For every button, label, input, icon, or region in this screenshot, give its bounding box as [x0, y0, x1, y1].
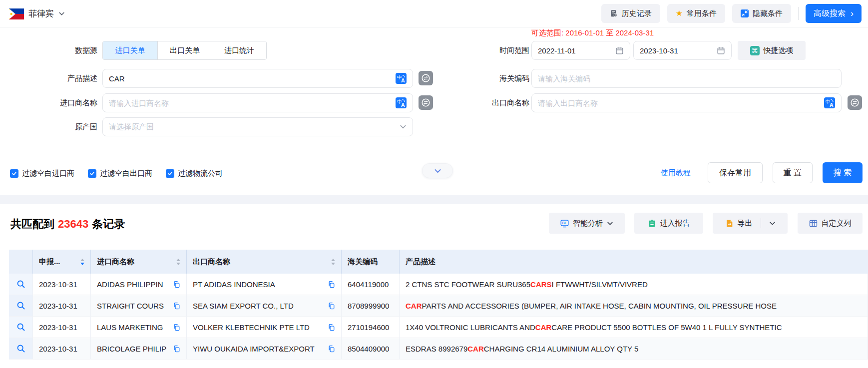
- product-desc-input[interactable]: [109, 74, 396, 83]
- header-importer[interactable]: 进口商名称: [91, 250, 187, 274]
- sort-icons[interactable]: [327, 259, 335, 265]
- copy-icon[interactable]: [328, 302, 335, 310]
- search-button[interactable]: 搜 索: [823, 162, 863, 183]
- date-end-input[interactable]: 2023-10-31: [633, 41, 732, 60]
- view-record-icon[interactable]: [16, 301, 25, 310]
- topbar-actions: 历史记录 ★ 常用条件 隐藏条件 高级搜索 ›: [601, 4, 862, 23]
- report-icon: [648, 219, 656, 228]
- table-row: 2023-10-31ADIDAS PHILIPPINPT ADIDAS INDO…: [9, 274, 868, 295]
- date-start-input[interactable]: 2022-11-01: [531, 41, 630, 60]
- tab-export-customs[interactable]: 出口关单: [157, 41, 212, 59]
- copy-icon[interactable]: [173, 345, 180, 353]
- export-icon: [725, 219, 734, 228]
- filter-label: 过滤空白出口商: [100, 169, 152, 178]
- sort-icons[interactable]: [76, 259, 84, 265]
- importer-cell: LAUS MARKETING: [91, 317, 187, 338]
- copy-icon[interactable]: [173, 281, 180, 288]
- hide-conditions-button[interactable]: 隐藏条件: [732, 4, 791, 23]
- header-declare-date[interactable]: 申报...: [33, 250, 91, 274]
- svg-text:BI: BI: [562, 221, 566, 225]
- copy-icon[interactable]: [173, 302, 180, 310]
- copy-icon[interactable]: [328, 324, 335, 331]
- product-desc-label: 产品描述: [0, 69, 97, 88]
- exact-match-toggle[interactable]: [419, 71, 433, 85]
- collapse-form-button[interactable]: [422, 163, 453, 178]
- copy-icon[interactable]: [328, 345, 335, 353]
- enter-report-button[interactable]: 进入报告: [634, 213, 703, 234]
- view-record-icon[interactable]: [16, 323, 25, 332]
- translate-icon[interactable]: 中 A: [396, 97, 407, 108]
- exporter-input[interactable]: [538, 99, 824, 107]
- reset-button[interactable]: 重 置: [773, 162, 813, 183]
- export-label: 导出: [738, 219, 753, 228]
- product-desc-cell: 1X40 VOLTRONIC LUBRICANTS AND CAR CARE P…: [400, 317, 868, 338]
- importer-field: 中 A: [102, 93, 413, 112]
- smart-analysis-button[interactable]: BI 智能分析: [549, 213, 625, 234]
- filter-blank-importer[interactable]: 过滤空白进口商: [10, 169, 74, 178]
- favorites-label: 常用条件: [687, 9, 717, 18]
- importer-cell: ADIDAS PHILIPPIN: [91, 274, 187, 295]
- exporter-cell: YIWU OUKAIDA IMPORT&EXPORT: [187, 338, 342, 359]
- results-count: 共匹配到23643条记录: [10, 217, 125, 232]
- divider: [761, 218, 761, 228]
- origin-placeholder: 请选择原产国: [109, 122, 154, 132]
- view-record-icon[interactable]: [16, 280, 25, 289]
- svg-text:A: A: [830, 102, 834, 108]
- header-label: 出口商名称: [193, 257, 230, 267]
- table-body: 2023-10-31ADIDAS PHILIPPINPT ADIDAS INDO…: [9, 274, 868, 360]
- chevron-down-icon: [434, 167, 441, 175]
- svg-text:A: A: [401, 102, 405, 108]
- tab-import-customs[interactable]: 进口关单: [103, 41, 157, 59]
- history-button[interactable]: 历史记录: [601, 4, 660, 23]
- header-select: [9, 250, 33, 274]
- country-selector[interactable]: 菲律宾: [9, 0, 65, 27]
- date-range-hint: 可选范围: 2016-01-01 至 2024-03-31: [531, 28, 654, 38]
- columns-icon: [809, 219, 818, 228]
- copy-icon[interactable]: [328, 281, 335, 288]
- favorites-button[interactable]: ★ 常用条件: [667, 4, 725, 23]
- header-label: 申报...: [39, 257, 60, 267]
- translate-icon[interactable]: 中 A: [824, 97, 835, 108]
- bi-analysis-icon: BI: [560, 219, 569, 228]
- export-button[interactable]: 导出: [713, 213, 788, 234]
- export-dropdown-chevron[interactable]: [769, 220, 776, 227]
- header-exporter[interactable]: 出口商名称: [187, 250, 342, 274]
- sort-icons[interactable]: [172, 259, 180, 265]
- exact-match-toggle[interactable]: [419, 95, 433, 110]
- save-common-button[interactable]: 保存常用: [708, 162, 763, 183]
- count-prefix: 共匹配到: [10, 218, 54, 230]
- filter-blank-exporter[interactable]: 过滤空白出口商: [88, 169, 152, 178]
- quick-options-label: 快捷选项: [764, 46, 794, 55]
- chevron-down-icon: [400, 123, 407, 130]
- product-desc-cell: 2 CTNS STC FOOTWEAR SURU365 CARS I FTWWH…: [400, 274, 868, 295]
- quick-options-button[interactable]: ⌘ 快捷选项: [738, 41, 806, 60]
- copy-icon[interactable]: [173, 324, 180, 331]
- origin-select[interactable]: 请选择原产国: [102, 117, 413, 136]
- filter-logistics-company[interactable]: 过滤物流公司: [166, 169, 223, 178]
- results-table: 申报... 进口商名称 出口商名称 海关编码 产品描述 2023-: [9, 250, 868, 360]
- hs-code-cell: 8708999900: [342, 295, 400, 316]
- exporter-cell: PT ADIDAS INDONESIA: [187, 274, 342, 295]
- table-header: 申报... 进口商名称 出口商名称 海关编码 产品描述: [9, 250, 868, 274]
- view-record-icon[interactable]: [16, 344, 25, 353]
- calendar-icon: [717, 46, 725, 55]
- tab-import-statistics[interactable]: 进口统计: [212, 41, 266, 59]
- chevron-down-icon: [607, 220, 613, 227]
- table-row: 2023-10-31STRAIGHT COURSSEA SIAM EXPORT …: [9, 295, 868, 317]
- exact-match-toggle[interactable]: [848, 95, 862, 110]
- translate-icon[interactable]: 中 A: [396, 73, 407, 84]
- importer-cell: STRAIGHT COURS: [91, 295, 187, 316]
- custom-columns-button[interactable]: 自定义列: [798, 213, 863, 234]
- advanced-search-button[interactable]: 高级搜索 ›: [806, 4, 862, 23]
- arrow-right-icon: ›: [851, 9, 854, 18]
- date-end-value: 2023-10-31: [640, 46, 717, 55]
- filter-checkboxes: 过滤空白进口商 过滤空白出口商 过滤物流公司: [10, 166, 223, 181]
- command-icon: ⌘: [750, 46, 760, 55]
- country-name: 菲律宾: [28, 8, 54, 19]
- hs-code-cell: 8504409000: [342, 338, 400, 359]
- topbar: 菲律宾 历史记录 ★ 常用条件: [0, 0, 868, 27]
- hs-code-input[interactable]: [538, 74, 835, 83]
- importer-input[interactable]: [109, 99, 396, 107]
- trade-data-search-page: 菲律宾 历史记录 ★ 常用条件: [0, 0, 868, 368]
- tutorial-link[interactable]: 使用教程: [661, 162, 691, 183]
